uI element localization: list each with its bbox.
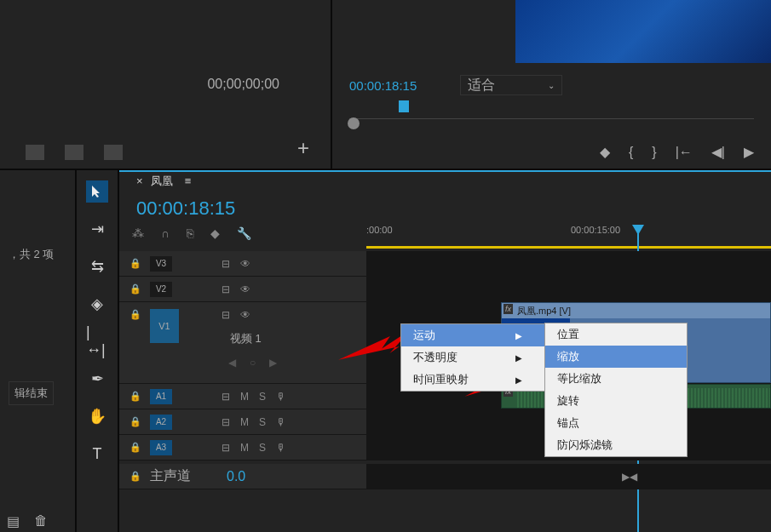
eye-icon[interactable]: 👁 — [240, 283, 250, 295]
keyframe-nav-icon[interactable]: ▶◀ — [622, 471, 637, 483]
fit-label: 适合 — [468, 77, 495, 94]
context-menu-effects: 运动▶ 不透明度▶ 时间重映射▶ — [400, 323, 545, 392]
menu-item-flicker[interactable]: 防闪烁滤镜 — [545, 434, 687, 456]
project-item-label[interactable]: 辑结束 — [9, 381, 54, 405]
menu-item-rotation[interactable]: 旋转 — [545, 390, 687, 412]
program-time-ruler[interactable] — [349, 102, 754, 119]
pen-tool[interactable]: ✒ — [86, 368, 108, 390]
mute-toggle[interactable]: M — [240, 416, 249, 428]
type-tool[interactable]: T — [86, 443, 108, 465]
ruler-tick: 00:00:15:00 — [571, 225, 620, 235]
submenu-arrow-icon: ▶ — [515, 331, 522, 340]
play-icon[interactable]: ▶ — [744, 144, 754, 160]
menu-item-motion[interactable]: 运动▶ — [401, 324, 544, 346]
snap-icon[interactable]: ⁂ — [132, 226, 144, 240]
lock-icon[interactable]: 🔒 — [129, 283, 141, 295]
step-back-icon[interactable]: ◀| — [711, 144, 725, 160]
next-kf-icon[interactable]: ▶ — [269, 357, 277, 369]
solo-toggle[interactable]: S — [259, 391, 266, 403]
program-video-preview — [515, 0, 771, 63]
export-frame-icon[interactable] — [26, 145, 44, 160]
go-to-in-icon[interactable]: |← — [676, 145, 693, 160]
track-tag-a1[interactable]: A1 — [150, 389, 172, 404]
solo-toggle[interactable]: S — [259, 442, 266, 454]
hand-tool[interactable]: ✋ — [86, 405, 108, 427]
lock-icon[interactable]: 🔒 — [129, 391, 141, 402]
context-submenu-motion: 位置 缩放 等比缩放 旋转 锚点 防闪烁滤镜 — [544, 323, 688, 457]
tools-panel: ⇥ ⇆ ◈ |↔| ✒ ✋ T — [77, 170, 119, 532]
menu-item-position[interactable]: 位置 — [545, 323, 687, 346]
selection-tool[interactable] — [86, 180, 108, 203]
add-kf-icon[interactable]: ○ — [250, 357, 256, 369]
sync-lock-icon[interactable]: ⊟ — [222, 258, 230, 270]
source-timecode: 00;00;00;00 — [207, 77, 279, 92]
sync-lock-icon[interactable]: ⊟ — [222, 309, 230, 321]
slip-tool[interactable]: |↔| — [86, 330, 108, 352]
timeline-timecode[interactable]: 00:00:18:15 — [136, 197, 235, 220]
menu-item-scale[interactable]: 缩放 — [545, 346, 687, 368]
track-v2: 🔒V2 ⊟👁 — [119, 277, 771, 302]
menu-item-anchor[interactable]: 锚点 — [545, 412, 687, 434]
mic-icon[interactable]: 🎙 — [276, 442, 286, 454]
trash-icon[interactable]: 🗑 — [34, 513, 46, 525]
sync-lock-icon[interactable]: ⊟ — [222, 391, 230, 403]
mic-icon[interactable]: 🎙 — [276, 391, 286, 403]
razor-tool[interactable]: ◈ — [86, 293, 108, 315]
source-monitor-panel: 00;00;00;00 + — [0, 0, 332, 169]
lock-icon[interactable]: 🔒 — [129, 416, 141, 427]
track-tag-a3[interactable]: A3 — [150, 440, 172, 455]
sync-lock-icon[interactable]: ⊟ — [222, 283, 230, 295]
track-v3: 🔒V3 ⊟👁 — [119, 251, 771, 277]
submenu-arrow-icon: ▶ — [515, 353, 522, 363]
sync-lock-icon[interactable]: ⊟ — [222, 442, 230, 454]
eye-icon[interactable]: 👁 — [240, 258, 250, 270]
insert-icon[interactable] — [65, 145, 83, 160]
lock-icon[interactable]: 🔒 — [129, 258, 141, 269]
zoom-fit-dropdown[interactable]: 适合 ⌄ — [460, 75, 562, 95]
project-item-count: ，共 2 项 — [9, 247, 66, 262]
mic-icon[interactable]: 🎙 — [276, 416, 286, 428]
prev-kf-icon[interactable]: ◀ — [228, 357, 236, 369]
magnet-icon[interactable]: ∩ — [161, 226, 170, 240]
list-view-icon[interactable]: ▤ — [7, 513, 19, 525]
program-playhead[interactable] — [399, 100, 409, 112]
lock-icon[interactable]: 🔒 — [129, 442, 141, 453]
sequence-tab[interactable]: × 凤凰 ≡ — [136, 174, 191, 189]
marker-tl-icon[interactable]: ◆ — [210, 226, 220, 240]
camera-icon[interactable] — [104, 145, 123, 160]
menu-item-uniform-scale[interactable]: 等比缩放 — [545, 368, 687, 390]
track-tag-v2[interactable]: V2 — [150, 282, 172, 297]
track-select-tool[interactable]: ⇥ — [86, 218, 108, 240]
lock-icon[interactable]: 🔒 — [129, 471, 141, 482]
track-v1-label: 视频 1 — [230, 331, 262, 346]
ripple-edit-tool[interactable]: ⇆ — [86, 255, 108, 277]
track-tag-v3[interactable]: V3 — [150, 256, 172, 272]
mark-in-icon[interactable]: { — [629, 145, 633, 160]
add-button-icon[interactable]: + — [297, 136, 309, 160]
track-mix: 🔒主声道0.0 ▶◀ — [119, 464, 771, 489]
mix-track-label: 主声道 — [150, 467, 191, 485]
track-tag-a2[interactable]: A2 — [150, 415, 172, 430]
mark-out-icon[interactable]: } — [652, 145, 656, 160]
settings-wrench-icon[interactable]: 🔧 — [237, 226, 251, 240]
eye-icon[interactable]: 👁 — [240, 309, 250, 321]
program-monitor-panel: 00:00:18:15 适合 ⌄ ◆ { } |← ◀| ▶ — [332, 0, 771, 169]
submenu-arrow-icon: ▶ — [515, 375, 522, 385]
mute-toggle[interactable]: M — [240, 442, 249, 454]
program-timecode[interactable]: 00:00:18:15 — [349, 78, 417, 93]
timeline-ruler[interactable]: :00:00 00:00:15:00 — [366, 223, 771, 249]
mute-toggle[interactable]: M — [240, 391, 249, 403]
menu-item-timeremap[interactable]: 时间重映射▶ — [401, 369, 544, 391]
scrub-handle[interactable] — [348, 117, 360, 129]
marker-icon[interactable]: ◆ — [600, 144, 610, 160]
solo-toggle[interactable]: S — [259, 416, 266, 428]
clip-label: 凤凰.mp4 [V] — [517, 305, 571, 317]
menu-item-opacity[interactable]: 不透明度▶ — [401, 346, 544, 369]
lock-icon[interactable]: 🔒 — [129, 309, 141, 320]
sync-lock-icon[interactable]: ⊟ — [222, 416, 230, 428]
track-tag-v1[interactable]: V1 — [150, 309, 179, 343]
project-panel: ，共 2 项 辑结束 ▤ 🗑 — [0, 170, 77, 532]
ruler-tick: :00:00 — [366, 225, 393, 235]
mix-value[interactable]: 0.0 — [227, 469, 245, 484]
linked-selection-icon[interactable]: ⎘ — [187, 226, 193, 240]
